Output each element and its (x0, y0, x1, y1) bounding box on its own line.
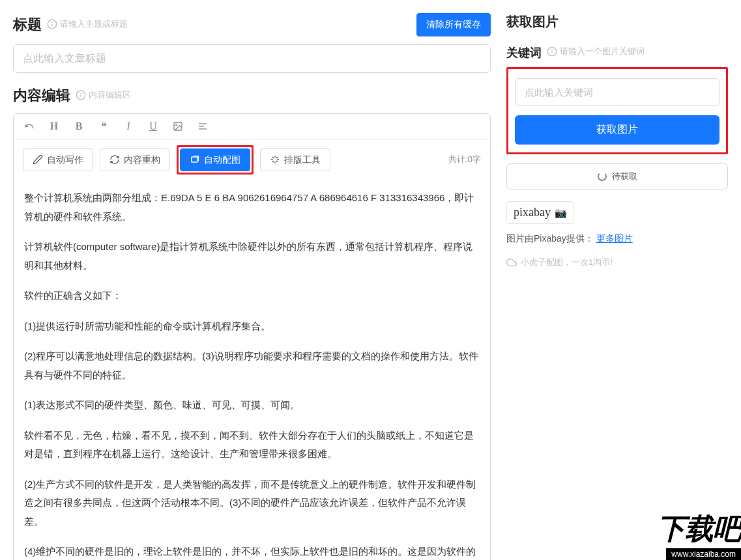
underline-icon[interactable]: U (147, 120, 160, 132)
content-paragraph: 计算机软件(computer software)是指计算机系统中除硬件以外的所有… (24, 238, 480, 275)
svg-point-2 (52, 22, 53, 23)
content-editor[interactable]: 整个计算机系统由两部分组成：E.69DA 5 E 6 BA 9062616964… (14, 180, 490, 560)
svg-rect-11 (192, 157, 197, 162)
quote-icon[interactable]: ❝ (97, 120, 110, 133)
image-icon[interactable] (171, 121, 184, 132)
keyword-label: 关键词 (506, 45, 542, 61)
keyword-highlight-box: 获取图片 (506, 67, 728, 154)
content-paragraph: (4)维护不同的硬件是旧的，理论上软件是旧的，并不坏，但实际上软件也是旧的和坏的… (24, 542, 480, 560)
auto-image-highlight: 自动配图 (177, 145, 254, 175)
info-icon (47, 19, 57, 29)
editor-box: H B ❝ I U 自动写作 内容重构 (13, 113, 491, 560)
svg-point-5 (81, 93, 81, 94)
pixabay-badge: pixabay 📷 (506, 201, 574, 224)
title-section-label: 标题 (13, 15, 42, 35)
content-paragraph: (1)表达形式不同的硬件类型、颜色、味道、可见、可摸、可闻。 (24, 396, 480, 415)
content-paragraph: 软件看不见，无色，枯燥，看不见，摸不到，闻不到。软件大部分存在于人们的头脑或纸上… (24, 427, 480, 464)
content-paragraph: 软件的正确含义如下： (24, 287, 480, 305)
spinner-icon (598, 172, 607, 181)
auto-image-button[interactable]: 自动配图 (180, 148, 250, 172)
article-title-input[interactable] (13, 44, 491, 73)
content-paragraph: 整个计算机系统由两部分组成：E.69DA 5 E 6 BA 9062616964… (24, 189, 480, 226)
info-icon (547, 46, 557, 57)
undo-icon[interactable] (23, 121, 36, 132)
content-hint: 内容编辑区 (76, 89, 131, 101)
pending-button[interactable]: 待获取 (506, 163, 728, 189)
camera-icon: 📷 (555, 207, 567, 219)
get-image-button[interactable]: 获取图片 (515, 115, 719, 145)
get-image-title: 获取图片 (506, 13, 728, 31)
main-column: 标题 请输入主题或标题 清除所有缓存 内容编辑 内容编辑区 H (13, 13, 506, 560)
info-icon (76, 90, 86, 100)
action-toolbar: 自动写作 内容重构 自动配图 排版工具 (23, 145, 330, 175)
clear-cache-button[interactable]: 清除所有缓存 (416, 13, 491, 36)
content-paragraph: (1)提供运行时所需功能和性能的命令或计算机程序集合。 (24, 317, 480, 336)
content-paragraph: (2)程序可以满意地处理信息的数据结构。(3)说明程序功能要求和程序需要的文档的… (24, 347, 480, 384)
pencil-icon (33, 154, 43, 165)
svg-point-7 (176, 124, 177, 126)
content-section-label: 内容编辑 (13, 86, 70, 105)
refresh-icon (109, 154, 120, 165)
align-left-icon[interactable] (196, 121, 209, 132)
bold-icon[interactable]: B (72, 120, 85, 132)
auto-write-button[interactable]: 自动写作 (23, 148, 93, 172)
sparkle-icon (270, 154, 280, 165)
title-hint: 请输入主题或标题 (47, 18, 128, 30)
footer-note: 小虎子配图，一次1淘币! (506, 257, 728, 268)
keyword-input[interactable] (515, 78, 719, 106)
restructure-button[interactable]: 内容重构 (100, 148, 170, 172)
cloud-icon (506, 257, 517, 268)
content-paragraph: (2)生产方式不同的软件是开发，是人类智能的高发挥，而不是传统意义上的硬件制造。… (24, 475, 480, 531)
provider-line: 图片由Pixabay提供： 更多图片 (506, 233, 728, 245)
more-images-link[interactable]: 更多图片 (596, 233, 633, 244)
layout-tools-button[interactable]: 排版工具 (260, 148, 330, 172)
keyword-hint: 请输入一个图片关键词 (547, 46, 645, 57)
format-toolbar: H B ❝ I U (14, 114, 490, 140)
sidebar: 获取图片 关键词 请输入一个图片关键词 获取图片 待获取 pixabay 📷 (506, 13, 728, 560)
italic-icon[interactable]: I (122, 120, 135, 132)
image-pair-icon (190, 154, 200, 165)
svg-point-14 (552, 49, 553, 50)
word-counter: 共计:0字 (448, 154, 481, 165)
heading-icon[interactable]: H (48, 120, 61, 132)
